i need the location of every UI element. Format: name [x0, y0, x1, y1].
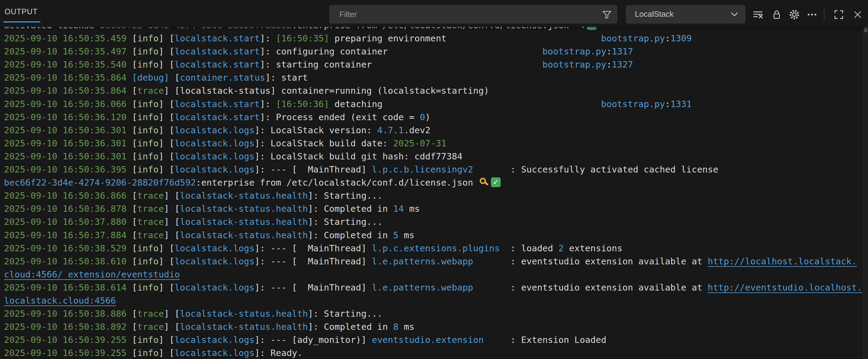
log-segment: 8	[393, 322, 399, 332]
log-segment: bec66f22-3d4e-4274-9206-28820f76d592	[100, 27, 292, 30]
log-segment: info	[137, 99, 159, 109]
log-line: 2025-09-10 16:50:36.066 [info] [localsta…	[4, 98, 868, 111]
log-segment: [	[132, 151, 137, 162]
log-segment: localstack.logs	[175, 164, 255, 175]
log-segment: : Successfully activated cached license	[473, 164, 723, 175]
log-view: activated license bec66f22-3d4e-4274-920…	[0, 27, 868, 359]
log-segment	[372, 59, 542, 70]
log-segment: ] [	[159, 256, 175, 266]
log-segment: ]: --- [ MainThread]	[254, 243, 372, 254]
output-panel: OUTPUT LocalStack	[0, 0, 868, 359]
log-segment: [	[132, 217, 137, 227]
log-segment: ]: Completed in	[308, 230, 393, 240]
log-line: 2025-09-10 16:50:36.866 [trace] [localst…	[4, 189, 868, 202]
log-segment: localstack.start	[175, 99, 260, 109]
log-segment: ]: Starting...	[308, 217, 382, 227]
log-segment: localstack.logs	[175, 125, 255, 135]
lock-autoscroll-button[interactable]	[771, 8, 783, 21]
maximize-panel-button[interactable]	[833, 8, 845, 21]
log-segment: localstack.logs	[175, 138, 255, 149]
log-segment: 2025-09-10 16:50:35.864	[4, 86, 132, 96]
settings-button[interactable]	[788, 8, 800, 21]
log-line: 2025-09-10 16:50:38.892 [trace] [localst…	[4, 320, 868, 333]
log-line: 2025-09-10 16:50:38.610 [info] [localsta…	[4, 255, 868, 281]
log-segment: ]: LocalStack version:	[254, 125, 377, 135]
log-segment: [	[132, 125, 137, 135]
log-segment: 2025-09-10 16:50:36.878	[4, 203, 132, 214]
log-segment: localstack.logs	[175, 348, 255, 358]
log-segment: localstack-status.health	[180, 217, 308, 227]
log-segment: 1327	[612, 59, 633, 70]
log-segment: [	[132, 112, 137, 122]
filter-icon[interactable]	[602, 9, 612, 20]
scrollbar-thumb[interactable]	[864, 27, 867, 32]
log-segment: trace	[137, 203, 164, 214]
log-segment: info	[137, 348, 159, 358]
log-segment: localstack-status.health	[180, 191, 308, 201]
log-segment: ] [	[159, 138, 175, 149]
log-segment: 4.7.1	[377, 125, 404, 135]
log-segment: ]: configuring container	[260, 46, 388, 57]
log-segment: info	[137, 33, 159, 43]
log-segment: localstack.start	[175, 112, 260, 122]
log-segment: ms	[404, 203, 420, 214]
close-panel-button[interactable]	[851, 8, 864, 21]
log-segment: [debug]	[132, 72, 169, 83]
gear-icon	[788, 9, 800, 21]
filter-input[interactable]	[339, 7, 596, 21]
key-emoji	[479, 177, 489, 187]
log-segment: ]:	[260, 33, 276, 43]
log-line: 2025-09-10 16:50:36.878 [trace] [localst…	[4, 202, 868, 216]
log-segment: [	[132, 348, 137, 358]
log-segment: info	[137, 282, 159, 293]
log-segment: ] [	[164, 203, 180, 214]
tab-output-label: OUTPUT	[5, 7, 38, 16]
log-segment: activated license	[4, 27, 100, 30]
source-file-link[interactable]: bootstrap.py	[601, 99, 665, 109]
more-actions-button[interactable]	[806, 8, 818, 21]
lock-icon	[771, 9, 782, 20]
log-line: 2025-09-10 16:50:38.529 [info] [localsta…	[4, 242, 868, 255]
log-segment: ] [	[159, 282, 175, 293]
log-segment: 0	[420, 112, 425, 122]
maximize-panel-icon	[834, 9, 844, 20]
log-segment: [	[132, 322, 137, 332]
log-segment: )	[425, 112, 431, 122]
log-segment: localstack.logs	[175, 243, 255, 254]
log-segment: [	[132, 59, 137, 70]
tab-output[interactable]: OUTPUT	[5, 7, 38, 16]
log-segment: localstack-status.health	[180, 308, 308, 319]
log-segment: ]: Completed in	[308, 322, 393, 332]
log-segment: 1331	[671, 99, 692, 109]
log-segment: ]:	[260, 99, 276, 109]
source-file-link[interactable]: bootstrap.py	[542, 46, 606, 57]
log-segment: 1309	[671, 33, 692, 43]
log-segment: ] [	[159, 59, 175, 70]
log-segment: ]: Completed in	[308, 203, 393, 214]
source-file-link[interactable]: bootstrap.py	[542, 59, 606, 70]
log-segment: 2	[558, 243, 564, 254]
log-segment: ]: start	[265, 72, 308, 83]
channel-selector-value: LocalStack	[635, 9, 674, 19]
active-tab-underline	[3, 21, 40, 23]
channel-selector[interactable]: LocalStack	[626, 5, 745, 24]
check-emoji	[587, 27, 596, 30]
log-line: 2025-09-10 16:50:36.395 [info] [localsta…	[4, 163, 868, 189]
log-segment: ]: Process ended (exit code =	[260, 112, 420, 122]
vertical-scrollbar[interactable]	[863, 27, 868, 359]
source-file-link[interactable]: bootstrap.py	[601, 33, 665, 43]
log-segment: [	[132, 256, 137, 266]
log-segment: 5	[393, 230, 399, 240]
log-line: 2025-09-10 16:50:38.886 [trace] [localst…	[4, 307, 868, 320]
clear-output-button[interactable]	[752, 8, 764, 21]
log-segment: l.e.patterns.webapp	[372, 256, 473, 266]
log-line: 2025-09-10 16:50:35.540 [info] [localsta…	[4, 58, 868, 71]
log-segment: [	[132, 243, 137, 254]
log-segment: info	[137, 59, 159, 70]
log-segment: :	[665, 33, 671, 43]
log-segment: 2025-09-10 16:50:36.301	[4, 125, 132, 135]
log-segment: ] [	[159, 335, 175, 345]
log-segment: trace	[137, 86, 164, 96]
log-segment: 2025-09-10 16:50:36.066	[4, 99, 132, 109]
log-segment: 2025-09-10 16:50:35.459	[4, 33, 132, 43]
